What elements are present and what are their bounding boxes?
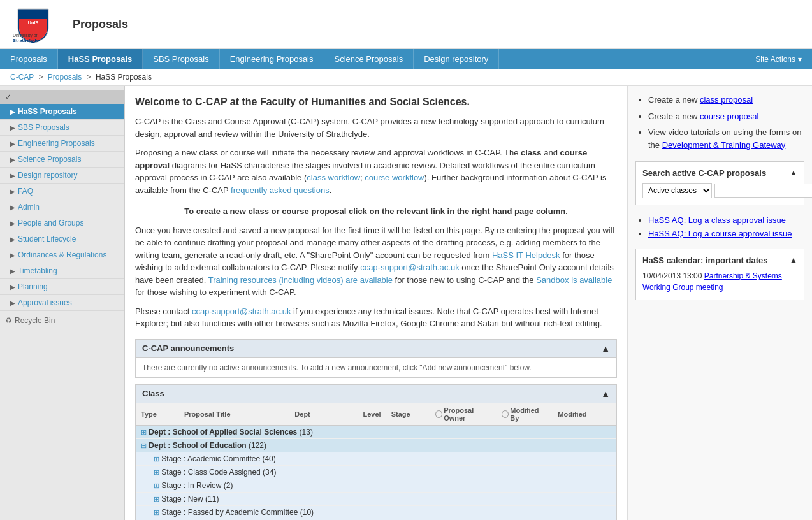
class-table-header: Class ▲	[136, 385, 616, 403]
col-owner: Proposal Owner	[430, 403, 496, 426]
arrow-icon: ▶	[10, 188, 15, 195]
search-title: Search active C-CAP proposals ▲	[642, 168, 797, 178]
course-workflow-link[interactable]: course workflow	[365, 173, 424, 182]
breadcrumb-ccap[interactable]: C-CAP	[10, 73, 34, 82]
arrow-icon: ▶	[10, 300, 15, 307]
calendar-box: HaSS calendar: important dates ▲ 10/04/2…	[635, 249, 804, 300]
arrow-icon: ▶	[10, 108, 15, 115]
tab-proposals[interactable]: Proposals	[0, 49, 58, 69]
sidebar-item-faq[interactable]: ▶ FAQ	[0, 184, 124, 199]
sidebar-item-engineering-proposals[interactable]: ▶ Engineering Proposals	[0, 136, 124, 152]
collapse-search-icon[interactable]: ▲	[790, 168, 797, 178]
class-workflow-link[interactable]: class workflow	[307, 173, 360, 182]
expand-new-icon: ⊞	[154, 495, 159, 503]
sidebar-item-people-groups[interactable]: ▶ People and Groups	[0, 215, 124, 231]
stage-row-passed[interactable]: ⊞ Stage : Passed by Academic Committee (…	[136, 505, 616, 519]
dept-row-education[interactable]: ⊟ Dept : School of Education (122)	[136, 438, 616, 452]
sidebar-item-hass-proposals[interactable]: ▶ HaSS Proposals	[0, 104, 124, 120]
log-course-issue-link[interactable]: HaSS AQ: Log a course approval issue	[648, 229, 792, 238]
sidebar-item-ordinances[interactable]: ▶ Ordinances & Regulations	[0, 247, 124, 263]
link-training-gateway: View video tutorials on using the forms …	[648, 126, 804, 151]
class-data-table: Type Proposal Title Dept Level Stage Pro…	[136, 403, 616, 521]
arrow-icon: ▶	[10, 172, 15, 179]
hass-it-helpdesk-link[interactable]: HaSS IT Helpdesk	[492, 250, 560, 260]
sidebar-item-student-lifecycle[interactable]: ▶ Student Lifecycle	[0, 231, 124, 247]
tab-sbs-proposals[interactable]: SBS Proposals	[143, 49, 219, 69]
para-4: Please contact ccap-support@strath.ac.uk…	[135, 305, 617, 330]
stage-row-academic[interactable]: ⊞ Stage : Academic Committee (40)	[136, 452, 616, 465]
search-controls: Active classes Active courses All propos…	[642, 183, 797, 198]
announcements-box: C-CAP announcements ▲ There are currentl…	[135, 339, 617, 378]
site-title: Proposals	[73, 18, 128, 31]
main-layout: ✓ ▶ HaSS Proposals ▶ SBS Proposals ▶ Eng…	[0, 86, 812, 520]
expand-passed-icon: ⊞	[154, 509, 159, 516]
expand-classcode-icon: ⊞	[154, 468, 159, 476]
tab-hass-proposals[interactable]: HaSS Proposals	[58, 49, 143, 69]
sidebar-recycle-bin[interactable]: ♻ Recycle Bin	[0, 311, 124, 328]
search-dropdown[interactable]: Active classes Active courses All propos…	[642, 183, 712, 198]
site-actions-menu[interactable]: Site Actions ▾	[745, 49, 812, 69]
calendar-event: 10/04/2013 13:00 Partnership & Systems W…	[642, 270, 797, 293]
collapse-class-icon[interactable]: ▲	[601, 389, 610, 399]
hass-aq-class: HaSS AQ: Log a class approval issue	[648, 215, 804, 225]
sidebar-item-approval-issues[interactable]: ▶ Approval issues	[0, 295, 124, 311]
arrow-icon: ▶	[10, 268, 15, 275]
sidebar-item-planning[interactable]: ▶ Planning	[0, 279, 124, 295]
collapse-announcements-icon[interactable]: ▲	[601, 343, 610, 354]
svg-text:UofS: UofS	[28, 20, 39, 25]
tab-science-proposals[interactable]: Science Proposals	[324, 49, 414, 69]
radio-modified-icon	[502, 410, 509, 418]
right-panel: Create a new class proposal Create a new…	[627, 86, 812, 520]
col-stage: Stage	[386, 403, 431, 426]
collapse-calendar-icon[interactable]: ▲	[790, 256, 797, 265]
training-resources-link[interactable]: Training resources (including videos) ar…	[208, 275, 393, 285]
class-table-box: Class ▲ Type Proposal Title Dept Level S…	[135, 384, 617, 521]
create-course-link[interactable]: course proposal	[700, 112, 759, 121]
arrow-icon: ▶	[10, 252, 15, 259]
arrow-icon: ▶	[10, 284, 15, 291]
link-course-proposal: Create a new course proposal	[648, 110, 804, 123]
cta-text: To create a new class or course proposal…	[135, 205, 617, 218]
ccap-support-link[interactable]: ccap-support@strath.ac.uk	[360, 263, 460, 272]
tab-design-repository[interactable]: Design repository	[414, 49, 499, 69]
sidebar-item-science-proposals[interactable]: ▶ Science Proposals	[0, 152, 124, 168]
main-content: Welcome to C-CAP at the Faculty of Human…	[125, 86, 627, 520]
breadcrumb-proposals[interactable]: Proposals	[48, 73, 82, 82]
ccap-contact-link[interactable]: ccap-support@strath.ac.uk	[192, 307, 291, 316]
arrow-icon: ▶	[10, 156, 15, 163]
col-level: Level	[358, 403, 386, 426]
sidebar-item-admin[interactable]: ▶ Admin	[0, 199, 124, 215]
recycle-icon: ♻	[5, 316, 12, 325]
stage-row-inreview[interactable]: ⊞ Stage : In Review (2)	[136, 479, 616, 492]
dev-training-link[interactable]: Development & Training Gateway	[662, 140, 786, 150]
navbar: Proposals HaSS Proposals SBS Proposals E…	[0, 49, 812, 69]
checkmark-icon: ✓	[5, 92, 11, 101]
sidebar-item-sbs-proposals[interactable]: ▶ SBS Proposals	[0, 120, 124, 136]
col-modified-by: Modified By	[497, 403, 553, 426]
sandbox-link[interactable]: Sandbox is available	[536, 275, 612, 285]
breadcrumb: C-CAP > Proposals > HaSS Proposals	[0, 69, 812, 86]
radio-owner-icon	[435, 410, 442, 418]
calendar-title: HaSS calendar: important dates ▲	[642, 256, 797, 265]
nav-tabs: Proposals HaSS Proposals SBS Proposals E…	[0, 49, 499, 69]
table-header-row: Type Proposal Title Dept Level Stage Pro…	[136, 403, 616, 426]
sidebar-item-design-repository[interactable]: ▶ Design repository	[0, 168, 124, 184]
page-heading: Welcome to C-CAP at the Faculty of Human…	[135, 96, 617, 108]
hass-aq-course: HaSS AQ: Log a course approval issue	[648, 229, 804, 238]
announcements-content: There are currently no active announceme…	[136, 358, 616, 377]
breadcrumb-current: HaSS Proposals	[96, 73, 152, 82]
link-class-proposal: Create a new class proposal	[648, 94, 804, 106]
col-title: Proposal Title	[179, 403, 289, 426]
collapse-education-icon: ⊟	[141, 442, 147, 449]
intro-para-2: Proposing a new class or course will ini…	[135, 147, 617, 196]
tab-engineering-proposals[interactable]: Engineering Proposals	[220, 49, 324, 69]
stage-row-classcode[interactable]: ⊞ Stage : Class Code Assigned (34)	[136, 465, 616, 479]
dept-row-applied[interactable]: ⊞ Dept : School of Applied Social Scienc…	[136, 425, 616, 438]
stage-row-new[interactable]: ⊞ Stage : New (11)	[136, 492, 616, 505]
create-class-link[interactable]: class proposal	[700, 95, 753, 105]
faq-link[interactable]: frequently asked questions	[231, 185, 330, 195]
arrow-icon: ▶	[10, 204, 15, 211]
search-input[interactable]	[714, 184, 812, 198]
sidebar-item-timetabling[interactable]: ▶ Timetabling	[0, 263, 124, 279]
log-class-issue-link[interactable]: HaSS AQ: Log a class approval issue	[648, 215, 786, 225]
